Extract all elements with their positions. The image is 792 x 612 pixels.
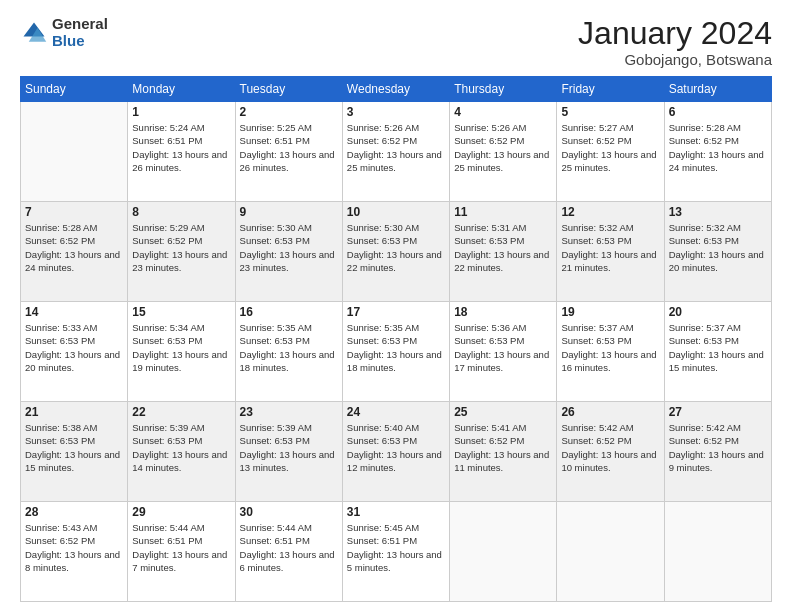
day-number: 1	[132, 105, 230, 119]
calendar-day-cell: 22Sunrise: 5:39 AMSunset: 6:53 PMDayligh…	[128, 402, 235, 502]
day-info: Sunrise: 5:44 AMSunset: 6:51 PMDaylight:…	[132, 521, 230, 574]
calendar-day-cell: 2Sunrise: 5:25 AMSunset: 6:51 PMDaylight…	[235, 102, 342, 202]
day-number: 6	[669, 105, 767, 119]
header-day-wednesday: Wednesday	[342, 77, 449, 102]
title-area: January 2024 Gobojango, Botswana	[578, 16, 772, 68]
calendar-day-cell: 1Sunrise: 5:24 AMSunset: 6:51 PMDaylight…	[128, 102, 235, 202]
day-number: 9	[240, 205, 338, 219]
day-info: Sunrise: 5:32 AMSunset: 6:53 PMDaylight:…	[669, 221, 767, 274]
day-info: Sunrise: 5:45 AMSunset: 6:51 PMDaylight:…	[347, 521, 445, 574]
day-info: Sunrise: 5:30 AMSunset: 6:53 PMDaylight:…	[240, 221, 338, 274]
calendar-day-cell: 3Sunrise: 5:26 AMSunset: 6:52 PMDaylight…	[342, 102, 449, 202]
page: General Blue January 2024 Gobojango, Bot…	[0, 0, 792, 612]
day-number: 2	[240, 105, 338, 119]
day-number: 28	[25, 505, 123, 519]
calendar-subtitle: Gobojango, Botswana	[578, 51, 772, 68]
header-day-thursday: Thursday	[450, 77, 557, 102]
day-info: Sunrise: 5:34 AMSunset: 6:53 PMDaylight:…	[132, 321, 230, 374]
day-info: Sunrise: 5:39 AMSunset: 6:53 PMDaylight:…	[240, 421, 338, 474]
calendar-day-cell: 18Sunrise: 5:36 AMSunset: 6:53 PMDayligh…	[450, 302, 557, 402]
calendar-day-cell: 25Sunrise: 5:41 AMSunset: 6:52 PMDayligh…	[450, 402, 557, 502]
day-info: Sunrise: 5:35 AMSunset: 6:53 PMDaylight:…	[347, 321, 445, 374]
calendar-day-cell: 10Sunrise: 5:30 AMSunset: 6:53 PMDayligh…	[342, 202, 449, 302]
day-info: Sunrise: 5:26 AMSunset: 6:52 PMDaylight:…	[347, 121, 445, 174]
calendar-week-row: 7Sunrise: 5:28 AMSunset: 6:52 PMDaylight…	[21, 202, 772, 302]
calendar-week-row: 21Sunrise: 5:38 AMSunset: 6:53 PMDayligh…	[21, 402, 772, 502]
calendar-day-cell: 17Sunrise: 5:35 AMSunset: 6:53 PMDayligh…	[342, 302, 449, 402]
day-number: 23	[240, 405, 338, 419]
day-info: Sunrise: 5:29 AMSunset: 6:52 PMDaylight:…	[132, 221, 230, 274]
calendar-day-cell	[450, 502, 557, 602]
day-info: Sunrise: 5:30 AMSunset: 6:53 PMDaylight:…	[347, 221, 445, 274]
logo-icon	[20, 19, 48, 47]
day-number: 26	[561, 405, 659, 419]
day-info: Sunrise: 5:41 AMSunset: 6:52 PMDaylight:…	[454, 421, 552, 474]
day-info: Sunrise: 5:24 AMSunset: 6:51 PMDaylight:…	[132, 121, 230, 174]
calendar-day-cell: 11Sunrise: 5:31 AMSunset: 6:53 PMDayligh…	[450, 202, 557, 302]
day-info: Sunrise: 5:25 AMSunset: 6:51 PMDaylight:…	[240, 121, 338, 174]
calendar-day-cell: 23Sunrise: 5:39 AMSunset: 6:53 PMDayligh…	[235, 402, 342, 502]
day-number: 10	[347, 205, 445, 219]
day-info: Sunrise: 5:28 AMSunset: 6:52 PMDaylight:…	[25, 221, 123, 274]
logo-general-text: General	[52, 16, 108, 33]
calendar-day-cell: 27Sunrise: 5:42 AMSunset: 6:52 PMDayligh…	[664, 402, 771, 502]
day-info: Sunrise: 5:27 AMSunset: 6:52 PMDaylight:…	[561, 121, 659, 174]
calendar-week-row: 28Sunrise: 5:43 AMSunset: 6:52 PMDayligh…	[21, 502, 772, 602]
day-number: 12	[561, 205, 659, 219]
calendar-week-row: 14Sunrise: 5:33 AMSunset: 6:53 PMDayligh…	[21, 302, 772, 402]
calendar-day-cell: 29Sunrise: 5:44 AMSunset: 6:51 PMDayligh…	[128, 502, 235, 602]
calendar-day-cell: 31Sunrise: 5:45 AMSunset: 6:51 PMDayligh…	[342, 502, 449, 602]
day-number: 29	[132, 505, 230, 519]
logo: General Blue	[20, 16, 108, 49]
calendar-title: January 2024	[578, 16, 772, 51]
header-day-monday: Monday	[128, 77, 235, 102]
day-info: Sunrise: 5:38 AMSunset: 6:53 PMDaylight:…	[25, 421, 123, 474]
calendar-week-row: 1Sunrise: 5:24 AMSunset: 6:51 PMDaylight…	[21, 102, 772, 202]
calendar-day-cell: 9Sunrise: 5:30 AMSunset: 6:53 PMDaylight…	[235, 202, 342, 302]
calendar-day-cell: 14Sunrise: 5:33 AMSunset: 6:53 PMDayligh…	[21, 302, 128, 402]
header: General Blue January 2024 Gobojango, Bot…	[20, 16, 772, 68]
day-number: 11	[454, 205, 552, 219]
day-number: 19	[561, 305, 659, 319]
day-number: 31	[347, 505, 445, 519]
logo-text: General Blue	[52, 16, 108, 49]
logo-blue-text: Blue	[52, 33, 108, 50]
day-info: Sunrise: 5:44 AMSunset: 6:51 PMDaylight:…	[240, 521, 338, 574]
day-number: 13	[669, 205, 767, 219]
header-day-saturday: Saturday	[664, 77, 771, 102]
day-number: 27	[669, 405, 767, 419]
calendar-day-cell: 13Sunrise: 5:32 AMSunset: 6:53 PMDayligh…	[664, 202, 771, 302]
day-number: 17	[347, 305, 445, 319]
calendar-day-cell: 28Sunrise: 5:43 AMSunset: 6:52 PMDayligh…	[21, 502, 128, 602]
day-number: 20	[669, 305, 767, 319]
day-number: 4	[454, 105, 552, 119]
day-number: 21	[25, 405, 123, 419]
calendar-day-cell	[664, 502, 771, 602]
calendar-day-cell: 5Sunrise: 5:27 AMSunset: 6:52 PMDaylight…	[557, 102, 664, 202]
day-info: Sunrise: 5:37 AMSunset: 6:53 PMDaylight:…	[669, 321, 767, 374]
header-day-sunday: Sunday	[21, 77, 128, 102]
day-number: 14	[25, 305, 123, 319]
day-info: Sunrise: 5:37 AMSunset: 6:53 PMDaylight:…	[561, 321, 659, 374]
day-number: 16	[240, 305, 338, 319]
calendar-day-cell	[557, 502, 664, 602]
header-day-tuesday: Tuesday	[235, 77, 342, 102]
calendar-day-cell: 12Sunrise: 5:32 AMSunset: 6:53 PMDayligh…	[557, 202, 664, 302]
calendar-day-cell: 7Sunrise: 5:28 AMSunset: 6:52 PMDaylight…	[21, 202, 128, 302]
day-number: 30	[240, 505, 338, 519]
day-number: 3	[347, 105, 445, 119]
day-info: Sunrise: 5:26 AMSunset: 6:52 PMDaylight:…	[454, 121, 552, 174]
day-info: Sunrise: 5:35 AMSunset: 6:53 PMDaylight:…	[240, 321, 338, 374]
day-number: 5	[561, 105, 659, 119]
day-info: Sunrise: 5:39 AMSunset: 6:53 PMDaylight:…	[132, 421, 230, 474]
day-info: Sunrise: 5:42 AMSunset: 6:52 PMDaylight:…	[669, 421, 767, 474]
calendar-day-cell: 20Sunrise: 5:37 AMSunset: 6:53 PMDayligh…	[664, 302, 771, 402]
day-info: Sunrise: 5:42 AMSunset: 6:52 PMDaylight:…	[561, 421, 659, 474]
day-number: 15	[132, 305, 230, 319]
day-info: Sunrise: 5:33 AMSunset: 6:53 PMDaylight:…	[25, 321, 123, 374]
calendar-day-cell: 15Sunrise: 5:34 AMSunset: 6:53 PMDayligh…	[128, 302, 235, 402]
calendar-header-row: SundayMondayTuesdayWednesdayThursdayFrid…	[21, 77, 772, 102]
day-number: 7	[25, 205, 123, 219]
day-number: 22	[132, 405, 230, 419]
calendar-day-cell: 24Sunrise: 5:40 AMSunset: 6:53 PMDayligh…	[342, 402, 449, 502]
